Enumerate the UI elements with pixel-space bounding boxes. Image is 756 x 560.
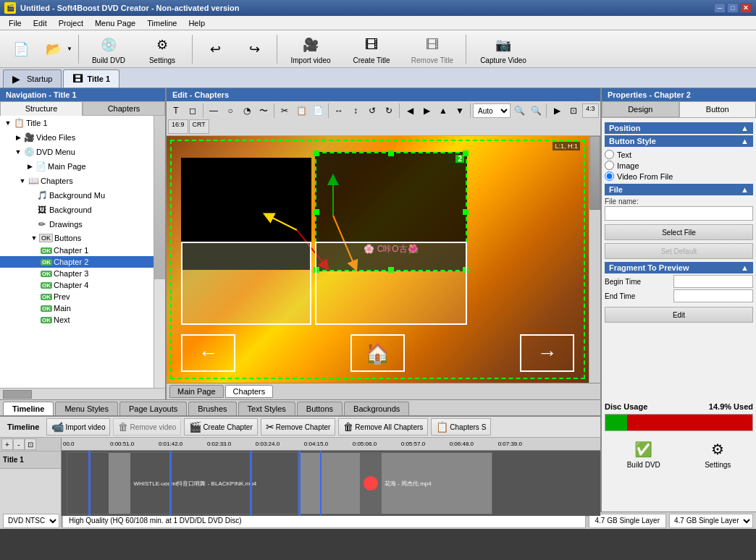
file-collapse[interactable]: ▲ (741, 185, 749, 194)
tree-item-video-files[interactable]: ▶ 🎥 Video Files (0, 130, 154, 145)
edit-scroll-thumb[interactable] (589, 136, 600, 210)
bottom-tab-backgrounds[interactable]: Backgrounds (344, 402, 409, 415)
tree-item-main[interactable]: OK Main (0, 302, 154, 314)
tl-chapters-settings-btn[interactable]: 📋 Chapters S (431, 418, 491, 436)
nav-h-scroll-thumb[interactable] (3, 390, 32, 399)
canvas-area[interactable]: 2 🌸 C咔O古🌺 (167, 136, 589, 383)
begin-time-input[interactable]: 00:00:00.000 (673, 275, 753, 288)
tree-item-drawings[interactable]: ✏ Drawings (0, 217, 154, 232)
tl-import-video-btn[interactable]: 📹 Import video (46, 418, 110, 436)
copy-tool-btn[interactable]: 📋 (293, 103, 309, 119)
home-btn[interactable]: 🏠 (350, 334, 405, 372)
style-video-option[interactable]: Video From File (605, 171, 753, 181)
bottom-tab-menu-styles[interactable]: Menu Styles (55, 402, 118, 415)
tree-item-chapter2[interactable]: OK Chapter 2 (0, 256, 154, 268)
clip-blackpink[interactable]: WHISTLE-uoomi抖音口哨舞 - BLACKPINK.mp4 (67, 452, 298, 514)
video-box-3[interactable] (181, 242, 311, 325)
tl-track-area[interactable]: WHISTLE-uoomi抖音口哨舞 - BLACKPINK.mp4 花海 - … (62, 451, 600, 516)
rotate-right-btn[interactable]: ↻ (381, 103, 397, 119)
handle-tr[interactable] (463, 150, 469, 156)
style-text-radio[interactable] (605, 150, 614, 159)
props-tab-design[interactable]: Design (602, 101, 679, 117)
style-image-option[interactable]: Image (605, 161, 753, 170)
tree-item-next[interactable]: OK Next (0, 314, 154, 326)
zoom-out-btn[interactable]: 🔍 (528, 103, 544, 119)
nav-tab-structure[interactable]: Structure (0, 101, 83, 116)
expander-buttons[interactable]: ▼ (29, 233, 39, 243)
tree-item-chapter1[interactable]: OK Chapter 1 (0, 245, 154, 256)
tree-item-bg-music[interactable]: 🎵 Background Mu (0, 188, 154, 203)
tree-item-chapter4[interactable]: OK Chapter 4 (0, 279, 154, 291)
expander-title1[interactable]: ▼ (3, 118, 13, 128)
align-bottom-btn[interactable]: ▼ (452, 103, 468, 119)
preview-btn[interactable]: ▶ (549, 103, 565, 119)
bezier-tool-btn[interactable]: 〜 (256, 103, 272, 119)
tl-playhead[interactable] (320, 451, 322, 516)
style-text-option[interactable]: Text (605, 150, 753, 159)
circle-tool-btn[interactable]: ○ (222, 103, 238, 119)
undo-button[interactable]: ↩ (197, 35, 233, 64)
aspect-169-btn[interactable]: 16:9 (168, 119, 188, 134)
nav-scroll-thumb[interactable] (154, 116, 165, 279)
video-box-4[interactable] (315, 242, 467, 325)
next-arrow-btn[interactable]: → (520, 334, 574, 372)
arc-tool-btn[interactable]: ◔ (239, 103, 255, 119)
line-tool-btn[interactable]: — (206, 103, 222, 119)
text-tool-btn[interactable]: T (168, 103, 184, 119)
set-default-button[interactable]: Set Default (605, 243, 753, 259)
menu-page[interactable]: Menu Page (89, 17, 141, 29)
new-button[interactable]: 📄 (3, 35, 39, 64)
bottom-tab-page-layouts[interactable]: Page Layouts (119, 402, 187, 415)
tab-startup[interactable]: ▶ Startup (3, 69, 62, 88)
edit-button[interactable]: Edit (605, 307, 753, 323)
zoom-select[interactable]: Auto 50% 75% 100% (473, 103, 511, 118)
rotate-left-btn[interactable]: ↺ (364, 103, 380, 119)
disc-build-dvd-btn[interactable]: ✅ Build DVD (621, 434, 667, 472)
expander-chapters[interactable]: ▼ (17, 176, 28, 186)
style-video-radio[interactable] (605, 171, 614, 181)
tl-remove-all-chapters-btn[interactable]: 🗑 Remove All Chapters (338, 418, 428, 436)
import-video-button[interactable]: 🎥 Import video (282, 30, 340, 67)
zoom-in-btn[interactable]: 🔍 (511, 103, 527, 119)
bottom-tab-timeline[interactable]: Timeline (3, 402, 54, 415)
canvas-tab-chapters[interactable]: Chapters (225, 385, 274, 398)
flip-h-btn[interactable]: ↔ (331, 103, 347, 119)
tab-title1[interactable]: 🎞 Title 1 (63, 69, 119, 88)
settings-button[interactable]: ⚙ Settings (137, 30, 188, 67)
handle-ml[interactable] (314, 209, 319, 215)
flip-v-btn[interactable]: ↕ (348, 103, 364, 119)
props-tab-button[interactable]: Button (679, 101, 757, 117)
handle-tc[interactable] (388, 150, 394, 156)
tree-item-prev[interactable]: OK Prev (0, 291, 154, 302)
disc-settings-btn[interactable]: ⚙ Settings (698, 434, 737, 472)
prev-arrow-btn[interactable]: ← (181, 334, 235, 372)
zoom-out-tl-btn[interactable]: - (13, 438, 25, 450)
disc-size-select[interactable]: 4.7 GB Single Layer 8.5 GB Dual Layer (669, 514, 753, 528)
build-dvd-button[interactable]: 💿 Build DVD (83, 30, 134, 67)
bottom-tab-buttons[interactable]: Buttons (297, 402, 343, 415)
bottom-tab-text-styles[interactable]: Text Styles (238, 402, 295, 415)
fragment-collapse[interactable]: ▲ (741, 263, 749, 272)
nav-scrollbar[interactable] (154, 116, 165, 388)
format-select[interactable]: DVD NTSC DVD PAL (3, 514, 59, 528)
zoom-fit-btn[interactable]: ⊡ (25, 438, 36, 450)
maximize-button[interactable]: □ (727, 3, 739, 13)
redo-button[interactable]: ↪ (236, 35, 272, 64)
menu-edit[interactable]: Edit (28, 17, 53, 29)
align-right-btn[interactable]: ▶ (419, 103, 434, 119)
end-time-input[interactable]: 00:00:06.000 (673, 289, 753, 302)
style-image-radio[interactable] (605, 161, 614, 170)
tree-item-title1[interactable]: ▼ 📋 Title 1 (0, 116, 154, 130)
safe-area-btn[interactable]: ⊡ (566, 103, 581, 119)
tl-create-chapter-btn[interactable]: 🎬 Create Chapter (184, 418, 257, 436)
tree-item-dvd-menu[interactable]: ▼ 💿 DVD Menu (0, 145, 154, 159)
bottom-tab-brushes[interactable]: Brushes (188, 402, 236, 415)
close-button[interactable]: ✕ (740, 3, 752, 13)
tree-item-buttons[interactable]: ▼ OK Buttons (0, 232, 154, 245)
aspect-43-btn[interactable]: 4:3 (582, 103, 599, 118)
menu-timeline[interactable]: Timeline (141, 17, 182, 29)
tree-item-main-page[interactable]: ▶ 📄 Main Page (0, 159, 154, 174)
aspect-crt-btn[interactable]: CRT (189, 119, 209, 134)
nav-horizontal-scrollbar[interactable] (0, 388, 165, 399)
expander-main-page[interactable]: ▶ (25, 161, 35, 171)
